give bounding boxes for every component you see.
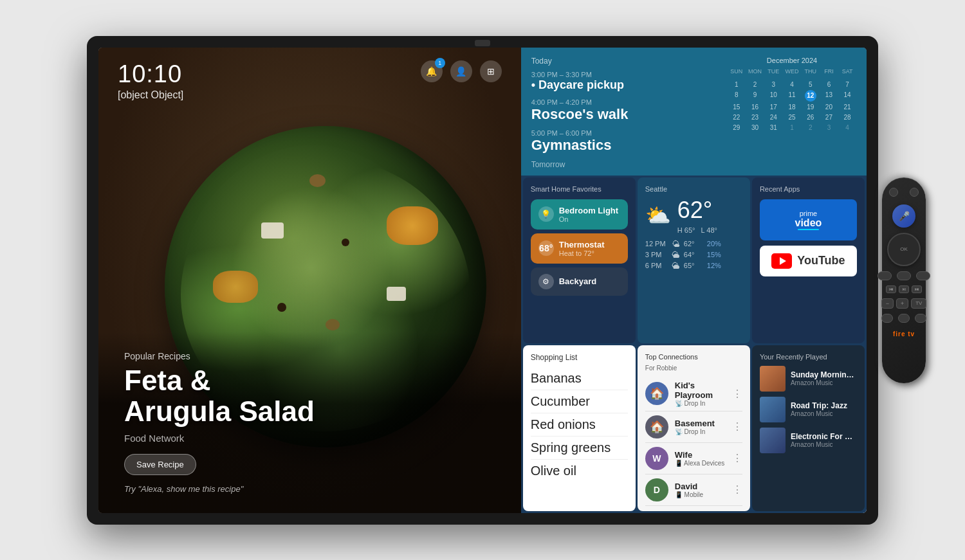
right-panel: Today 3:00 PM – 3:30 PM • Daycare pickup… <box>521 48 867 513</box>
event-3: 5:00 PM – 6:00 PM Gymnastics <box>531 129 721 154</box>
connection-more-wife[interactable]: ⋮ <box>732 452 742 464</box>
connection-name-david: David <box>675 482 726 491</box>
forecast-time-1: 12 PM <box>645 240 668 248</box>
calendar-widget: December 2024 SUN MON TUE WED THU FRI SA… <box>728 57 856 169</box>
remote-play-button[interactable]: ⏯ <box>899 285 909 293</box>
widgets-grid: Smart Home Favorites 💡 Bedroom Light On … <box>521 176 867 513</box>
calendar-month: December 2024 <box>728 57 856 64</box>
weather-hl: H 65° L 48° <box>677 226 717 234</box>
menu-icon[interactable]: ⊞ <box>480 60 502 82</box>
remote-rewind-button[interactable]: ⏮ <box>886 285 896 293</box>
connection-more-playroom[interactable]: ⋮ <box>732 388 742 400</box>
connections-title: Top Connections <box>645 353 742 361</box>
connection-status-basement: 📡 Drop In <box>675 428 726 435</box>
forecast-icon-2: 🌥 <box>672 250 680 260</box>
shopping-item-2[interactable]: Cucumber <box>531 390 628 413</box>
top-icons: 🔔 1 👤 ⊞ <box>421 60 502 82</box>
connection-status-david: 📱 Mobile <box>675 491 726 498</box>
light-icon: 💡 <box>538 206 554 222</box>
music-info-2: Road Trip: Jazz Amazon Music <box>791 401 857 417</box>
remote-nav-ring[interactable]: OK <box>887 233 921 266</box>
music-title-3: Electronic For Work <box>791 432 857 441</box>
connection-david[interactable]: D David 📱 Mobile ⋮ <box>645 474 742 506</box>
remote-back-home-row <box>878 271 930 280</box>
remote-volume-row: − + TV <box>881 298 927 309</box>
remote-media-row: ⏮ ⏯ ⏭ <box>886 285 922 293</box>
event-2-name: Roscoe's walk <box>531 106 721 123</box>
connection-status-playroom: 📡 Drop In <box>675 400 726 407</box>
connection-name-playroom: Kid's Playroom <box>675 381 726 400</box>
music-item-1[interactable]: Sunday Morning Soul Amazon Music <box>760 366 857 392</box>
thermostat-status: Heat to 72° <box>559 249 620 257</box>
remote-menu-button[interactable] <box>916 271 930 280</box>
save-recipe-button[interactable]: Save Recipe <box>124 454 196 475</box>
connection-basement[interactable]: 🏠 Basement 📡 Drop In ⋮ <box>645 411 742 443</box>
left-panel: 10:10 [object Object] 🔔 1 👤 ⊞ <box>98 48 521 513</box>
connection-playroom[interactable]: 🏠 Kid's Playroom 📡 Drop In ⋮ <box>645 377 742 411</box>
event-1: 3:00 PM – 3:30 PM • Daycare pickup <box>531 71 721 92</box>
music-title-1: Sunday Morning Soul <box>791 370 857 379</box>
connection-more-basement[interactable]: ⋮ <box>732 420 742 433</box>
music-item-3[interactable]: Electronic For Work Amazon Music <box>760 428 857 453</box>
music-item-2[interactable]: Road Trip: Jazz Amazon Music <box>760 397 857 422</box>
youtube-button[interactable]: YouTube <box>760 246 857 276</box>
backyard-icon: ⚙ <box>538 274 554 289</box>
remote-extra-1[interactable] <box>881 314 893 323</box>
connection-more-david[interactable]: ⋮ <box>732 483 742 496</box>
backyard-button[interactable]: ⚙ Backyard <box>531 267 628 296</box>
remote-mute-button[interactable] <box>910 188 919 197</box>
music-thumb-3 <box>760 428 786 453</box>
weather-widget: Seattle ⛅ 62° H 65° L 48° <box>638 177 750 343</box>
connection-info-wife: Wife 📱 Alexa Devices <box>675 450 726 467</box>
remote-back-button[interactable] <box>878 271 892 280</box>
shopping-item-3[interactable]: Red onions <box>531 413 628 437</box>
remote-vol-down-button[interactable]: − <box>881 298 894 309</box>
time-value: 10:10 <box>118 60 183 88</box>
remote-extra-3[interactable] <box>915 314 926 323</box>
recipe-overlay: Popular Recipes Feta & Arugula Salad Foo… <box>98 332 521 513</box>
prime-video-button[interactable]: prime video <box>760 199 857 240</box>
connection-wife[interactable]: W Wife 📱 Alexa Devices ⋮ <box>645 443 742 474</box>
remote-body: 🎤 OK ⏮ ⏯ ⏭ − + TV <box>882 177 926 383</box>
event-2-time: 4:00 PM – 4:20 PM <box>531 98 721 106</box>
notification-icon[interactable]: 🔔 1 <box>421 60 443 82</box>
forecast-temp-1: 62° <box>684 240 703 248</box>
weather-city: Seattle <box>645 185 742 193</box>
profile-icon[interactable]: 👤 <box>450 60 472 82</box>
music-title-2: Road Trip: Jazz <box>791 401 857 410</box>
remote-home-button[interactable] <box>897 271 911 280</box>
thermostat-button[interactable]: 68° Thermostat Heat to 72° <box>531 233 628 264</box>
forecast-time-3: 6 PM <box>645 262 668 269</box>
recipe-title-line2: Arugula Salad <box>124 395 315 427</box>
alexa-mic-button[interactable]: 🎤 <box>892 204 915 228</box>
recent-apps-title: Recent Apps <box>760 185 857 193</box>
event-1-time: 3:00 PM – 3:30 PM <box>531 71 721 78</box>
shopping-item-5[interactable]: Olive oil <box>531 460 628 482</box>
youtube-icon <box>771 253 792 269</box>
remote-vol-up-button[interactable]: + <box>896 298 908 309</box>
remote-extra-2[interactable] <box>898 314 910 323</box>
shopping-item-1[interactable]: Bananas <box>531 367 628 390</box>
shopping-item-4[interactable]: Spring greens <box>531 437 628 460</box>
bedroom-light-button[interactable]: 💡 Bedroom Light On <box>531 199 628 230</box>
recently-played-widget: Your Recently Played Sunday Morning Soul… <box>752 345 865 511</box>
connection-info-playroom: Kid's Playroom 📡 Drop In <box>675 381 726 407</box>
remote-tv-button[interactable]: TV <box>911 298 926 309</box>
bedroom-light-name: Bedroom Light <box>559 206 620 215</box>
nav-center-label: OK <box>900 247 908 252</box>
bedroom-light-status: On <box>559 215 620 223</box>
weather-value: [object Object] <box>118 89 183 101</box>
mic-icon: 🎤 <box>899 211 910 221</box>
weather-forecast: 12 PM 🌤 62° 20% 3 PM 🌥 64° 15% <box>645 239 742 271</box>
forecast-precip-3: 12% <box>707 262 721 269</box>
event-3-time: 5:00 PM – 6:00 PM <box>531 129 721 137</box>
remote-power-button[interactable] <box>889 188 898 197</box>
today-date[interactable]: 12 <box>805 90 816 102</box>
remote-forward-button[interactable]: ⏭ <box>912 285 922 293</box>
forecast-row-2: 3 PM 🌥 64° 15% <box>645 250 742 260</box>
music-thumb-1 <box>760 366 786 392</box>
connection-name-wife: Wife <box>675 450 726 460</box>
forecast-time-2: 3 PM <box>645 251 668 258</box>
thermostat-info: Thermostat Heat to 72° <box>559 240 620 257</box>
connection-status-wife: 📱 Alexa Devices <box>675 460 726 467</box>
